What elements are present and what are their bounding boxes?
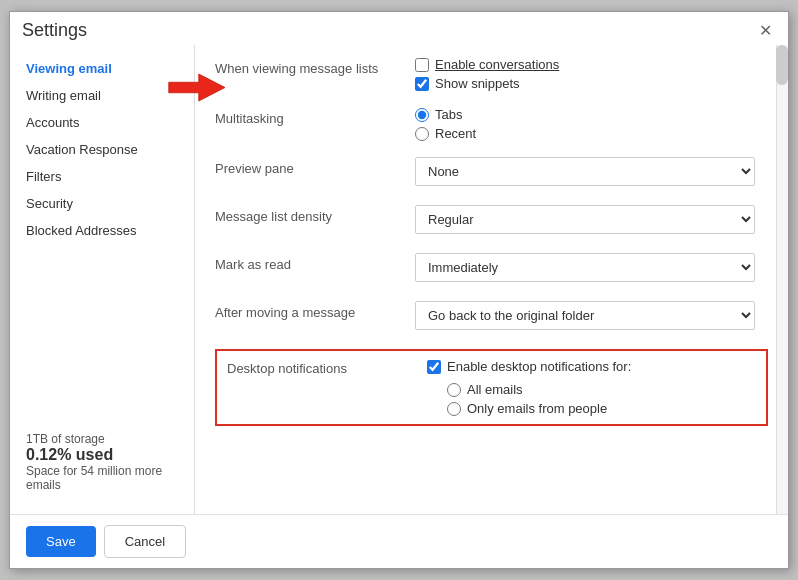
message-density-control: Regular Comfortable Compact	[415, 205, 768, 234]
enable-conversations-label[interactable]: Enable conversations	[435, 57, 559, 72]
multitasking-tabs-label: Tabs	[435, 107, 462, 122]
enable-desktop-notifications-checkbox[interactable]	[427, 360, 441, 374]
scrollbar[interactable]	[776, 45, 788, 514]
message-density-select[interactable]: Regular Comfortable Compact	[415, 205, 755, 234]
message-lists-row: When viewing message lists Enable conver…	[215, 57, 768, 91]
sidebar-item-blocked-addresses[interactable]: Blocked Addresses	[10, 217, 194, 244]
message-lists-control: Enable conversations Show snippets	[415, 57, 768, 91]
sidebar-item-accounts[interactable]: Accounts	[10, 109, 194, 136]
storage-space-info: Space for 54 million more emails	[26, 464, 178, 492]
message-density-label: Message list density	[215, 205, 415, 224]
scrollbar-thumb[interactable]	[776, 45, 788, 85]
mark-as-read-label: Mark as read	[215, 253, 415, 272]
dialog-body: Viewing email Writing email Accounts Vac…	[10, 45, 788, 514]
storage-capacity: 1TB of storage	[26, 432, 178, 446]
mark-as-read-control: Immediately After 2 seconds After 5 seco…	[415, 253, 768, 282]
multitasking-recent-label: Recent	[435, 126, 476, 141]
multitasking-tabs-radio[interactable]	[415, 108, 429, 122]
desktop-notifications-section: Desktop notifications Enable desktop not…	[215, 349, 768, 426]
storage-used: 0.12% used	[26, 446, 178, 464]
enable-desktop-notifications-row: Enable desktop notifications for:	[427, 359, 756, 374]
dialog-footer: Save Cancel	[10, 514, 788, 568]
show-snippets-checkbox[interactable]	[415, 77, 429, 91]
preview-pane-label: Preview pane	[215, 157, 415, 176]
content-area: When viewing message lists Enable conver…	[195, 45, 788, 514]
show-snippets-label[interactable]: Show snippets	[435, 76, 520, 91]
sidebar-item-security[interactable]: Security	[10, 190, 194, 217]
after-moving-select[interactable]: Go back to the original folder Go to the…	[415, 301, 755, 330]
after-moving-control: Go back to the original folder Go to the…	[415, 301, 768, 330]
dialog-title: Settings	[22, 20, 87, 41]
message-density-row: Message list density Regular Comfortable…	[215, 205, 768, 237]
sidebar-item-filters[interactable]: Filters	[10, 163, 194, 190]
close-button[interactable]: ✕	[755, 21, 776, 41]
title-bar: Settings ✕	[10, 12, 788, 45]
enable-conversations-row: Enable conversations	[415, 57, 768, 72]
multitasking-row: Multitasking Tabs Recent	[215, 107, 768, 141]
storage-info: 1TB of storage 0.12% used Space for 54 m…	[10, 420, 194, 504]
multitasking-control: Tabs Recent	[415, 107, 768, 141]
only-people-label: Only emails from people	[467, 401, 607, 416]
multitasking-tabs-row: Tabs	[415, 107, 768, 122]
svg-marker-0	[169, 74, 225, 101]
arrow-indicator	[165, 70, 225, 105]
preview-pane-row: Preview pane None Right of inbox Below i…	[215, 157, 768, 189]
desktop-notifications-label: Desktop notifications	[227, 359, 427, 376]
only-people-row: Only emails from people	[447, 401, 756, 416]
settings-dialog: Settings ✕ Viewing email Writing email A…	[9, 11, 789, 569]
preview-pane-control: None Right of inbox Below inbox	[415, 157, 768, 186]
multitasking-recent-radio[interactable]	[415, 127, 429, 141]
multitasking-label: Multitasking	[215, 107, 415, 126]
show-snippets-row: Show snippets	[415, 76, 768, 91]
mark-as-read-row: Mark as read Immediately After 2 seconds…	[215, 253, 768, 285]
mark-as-read-select[interactable]: Immediately After 2 seconds After 5 seco…	[415, 253, 755, 282]
cancel-button[interactable]: Cancel	[104, 525, 186, 558]
after-moving-row: After moving a message Go back to the or…	[215, 301, 768, 333]
sidebar: Viewing email Writing email Accounts Vac…	[10, 45, 195, 514]
enable-desktop-notifications-label[interactable]: Enable desktop notifications for:	[447, 359, 631, 374]
only-people-radio[interactable]	[447, 402, 461, 416]
sidebar-item-vacation-response[interactable]: Vacation Response	[10, 136, 194, 163]
enable-conversations-checkbox[interactable]	[415, 58, 429, 72]
preview-pane-select[interactable]: None Right of inbox Below inbox	[415, 157, 755, 186]
multitasking-recent-row: Recent	[415, 126, 768, 141]
save-button[interactable]: Save	[26, 526, 96, 557]
desktop-notifications-control: Enable desktop notifications for: All em…	[427, 359, 756, 416]
all-emails-label: All emails	[467, 382, 523, 397]
all-emails-row: All emails	[447, 382, 756, 397]
message-lists-label: When viewing message lists	[215, 57, 415, 76]
all-emails-radio[interactable]	[447, 383, 461, 397]
after-moving-label: After moving a message	[215, 301, 415, 320]
